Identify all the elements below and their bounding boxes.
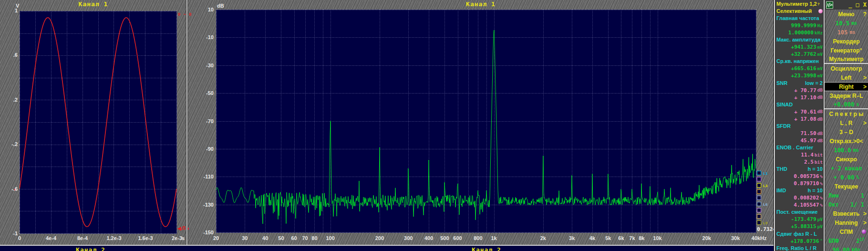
chevron-right-icon[interactable]: > — [863, 120, 867, 126]
legend-swatch-2[interactable] — [757, 177, 761, 181]
menu-item-hanning[interactable]: Hanning> — [825, 218, 868, 227]
measure-value-number: + 70.61 — [794, 109, 816, 115]
menu-value-unit: ms — [853, 147, 859, 153]
measure-value: +23.3998mV — [775, 72, 824, 79]
osc-x-tick-label: 0 — [6, 235, 33, 241]
menu-item-plus-percent[interactable]: + 0.00% — [825, 173, 868, 182]
legend-swatch-6[interactable] — [757, 202, 761, 206]
osc-x-tick-label: 1.6e-3 — [132, 235, 159, 241]
measure-value-unit: dB — [817, 138, 823, 143]
measure-label-text: THD — [776, 167, 787, 172]
measure-value-number: +23.3998 — [791, 73, 816, 78]
oscilloscope-title: Канал 1 — [0, 0, 186, 8]
chevron-right-icon[interactable]: > — [863, 210, 867, 217]
measure-label-text: Freq. Ratio L / R — [776, 246, 816, 251]
panel-divider — [186, 0, 187, 251]
spectrum-plot-canvas[interactable] — [216, 10, 756, 233]
measure-value: +665.616mV — [775, 65, 824, 72]
chevron-right-icon[interactable]: > — [863, 74, 867, 81]
analyzer-window: Канал 1 V s 0 ~ 0 ◀Л● ● 1.6.2-.2-.6-104e… — [0, 0, 868, 251]
menu-item-window-length-alt[interactable]: 105ms — [825, 28, 868, 37]
legend-swatch-7[interactable] — [757, 208, 761, 212]
menu-item-multimeter[interactable]: Мультиметр — [825, 55, 868, 64]
chevron-right-icon[interactable]: > — [863, 220, 867, 226]
legend-swatch-1[interactable] — [757, 171, 761, 175]
measure-value-number: 0.879710 — [794, 181, 819, 186]
menu-item-sample-rate[interactable]: 96.00kHz — [825, 245, 868, 251]
menu-item-plus-2-channel[interactable]: + 2 канал — [825, 164, 868, 173]
legend-swatch-4[interactable] — [757, 189, 761, 194]
measure-value-number: 71.50 — [800, 131, 816, 136]
measure-label: THDh = 10 — [775, 166, 824, 173]
menu-item-label: С п е к т р ы — [829, 111, 863, 117]
menu-item-label: Синхро — [836, 156, 857, 163]
menu-item-label: Right — [839, 84, 854, 90]
measure-label-text: SINAD — [776, 102, 793, 107]
menu-item-channel-left[interactable]: Left> — [825, 73, 868, 82]
help-icon[interactable]: ? — [863, 11, 867, 18]
measure-label-text: IMD — [776, 188, 786, 193]
menu-item-sync[interactable]: Синхро — [825, 155, 868, 164]
spectrum-title: Канал 1 — [188, 0, 774, 8]
menu-item-fft-size[interactable]: БПФ217 — [825, 236, 868, 245]
menu-item-delay-value[interactable]: +0.000s — [825, 100, 868, 109]
legend-swatch-9[interactable] — [757, 220, 761, 225]
measure-label: Главная частота — [775, 15, 824, 22]
measure-value-number: + 17.08 — [794, 116, 816, 122]
menu-item-spectra-3d[interactable]: 3 – D — [825, 127, 868, 136]
menu-item-open-input[interactable]: Откр.вх.>0< — [825, 136, 868, 146]
osc-x-tick-label: 1.2e-3 — [101, 235, 127, 241]
menu-value-unit: ms — [851, 21, 857, 26]
menu-item-current[interactable]: Текущее — [825, 182, 868, 191]
menu-value-number: +0.000 — [834, 101, 854, 108]
spectrum-x-tick-label: 10k — [646, 235, 670, 241]
menu-item-spectra-header[interactable]: С п е к т р ы — [825, 109, 868, 118]
measure-value-number: +665.616 — [791, 66, 816, 71]
chevron-right-icon[interactable]: > — [863, 84, 867, 90]
osc-y-tick-label: -.2 — [1, 141, 18, 147]
legend-label-L9: L9 — [763, 221, 767, 225]
measure-value-number: 0.008202 — [794, 195, 819, 200]
legend-swatch-3[interactable] — [757, 183, 761, 188]
measure-header-text: Селективный — [776, 9, 812, 14]
menu-item-window-length[interactable]: 10.5ms — [825, 19, 868, 28]
menu-item-spectra-l-r[interactable]: L , R> — [825, 118, 868, 127]
measure-value: 71.50dB — [775, 130, 824, 137]
measure-value-unit: µV — [817, 217, 823, 222]
menu-item-weighting[interactable]: Взвесить> — [825, 209, 868, 218]
measure-value-number: + 70.77 — [794, 88, 816, 93]
legend-swatch-5[interactable] — [757, 196, 761, 200]
menu-item-spectra-window[interactable]: 100.0ms — [825, 146, 868, 155]
maximize-button[interactable]: □ — [856, 1, 859, 8]
menu-item-oct[interactable]: Окт1/ 1 — [825, 200, 868, 209]
menu-item-generator[interactable]: Генератор° — [825, 46, 868, 55]
measure-value: +5.88315µV — [775, 223, 824, 230]
menu-item-label: 3 – D — [839, 129, 853, 136]
measure-value-number: 11.4 — [801, 152, 814, 157]
measure-value-unit: % — [820, 196, 823, 200]
menu-item-spm[interactable]: СПМ — [825, 227, 868, 236]
menu-item-lin[interactable]: Лин1 — [825, 191, 868, 200]
measure-value-unit: Hz — [817, 23, 823, 28]
measure-label: SNRlow = 2 — [775, 80, 824, 87]
legend-swatch-8[interactable] — [757, 214, 761, 219]
spectrum-panel: Канал 1 dB Hz 0.7324 10-10-30-50-70-90-1… — [188, 0, 774, 251]
measure-label: IMDh = 10 — [775, 187, 824, 194]
measure-value-number: +178.0736 — [791, 239, 819, 244]
minimize-button[interactable]: _ — [848, 1, 852, 8]
close-button[interactable]: X — [863, 1, 867, 8]
menu-value-number: 105 — [837, 29, 848, 36]
app-icon — [826, 1, 833, 9]
help-mark[interactable]: ? — [817, 2, 820, 6]
menu-item-delay-r-l[interactable]: Задерж R–L — [825, 91, 868, 100]
measure-value: 1.000000kHz — [775, 29, 824, 36]
menu-value-unit: % — [856, 175, 859, 180]
menu-item-oscillograph[interactable]: Осциллогр — [825, 64, 868, 73]
menu-item-recorder[interactable]: Рекордер — [825, 37, 868, 46]
panel-divider — [774, 0, 775, 251]
oscilloscope-plot-canvas[interactable] — [20, 11, 177, 234]
menu-value-number: + 2 канал — [831, 165, 862, 172]
legend-label-L3: L3 — [763, 184, 767, 188]
menu-item-channel-right[interactable]: Right> — [825, 82, 868, 91]
menu-item-menu[interactable]: Меню? — [825, 10, 868, 19]
